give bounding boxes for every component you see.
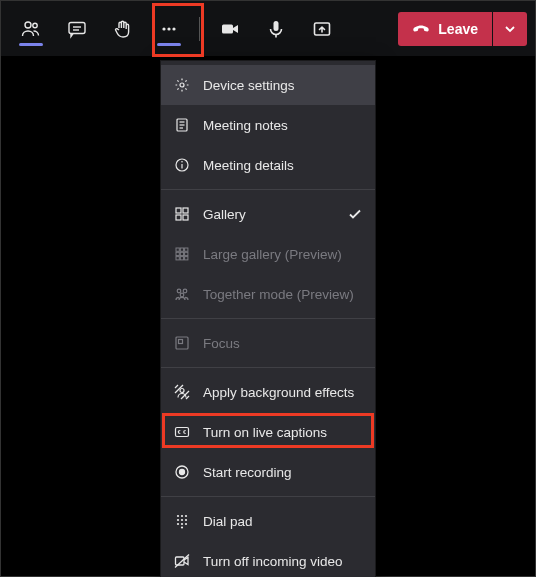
svg-point-38 — [180, 389, 184, 393]
menu-label: Gallery — [203, 207, 246, 222]
svg-point-35 — [180, 293, 184, 297]
menu-label: Together mode (Preview) — [203, 287, 354, 302]
menu-label: Start recording — [203, 465, 292, 480]
share-screen-button[interactable] — [300, 7, 344, 51]
menu-separator — [161, 318, 375, 319]
svg-line-39 — [175, 385, 178, 388]
menu-label: Turn on live captions — [203, 425, 327, 440]
svg-point-7 — [172, 27, 175, 30]
leave-control: Leave — [398, 12, 527, 46]
svg-rect-23 — [183, 215, 188, 220]
camera-button[interactable] — [208, 7, 252, 51]
svg-rect-32 — [185, 257, 188, 260]
svg-point-53 — [181, 523, 183, 525]
chevron-down-icon — [504, 23, 516, 35]
svg-point-48 — [185, 515, 187, 517]
video-off-icon — [173, 552, 191, 570]
svg-rect-26 — [185, 248, 188, 251]
raise-hand-button[interactable] — [101, 7, 145, 51]
menu-label: Apply background effects — [203, 385, 354, 400]
hangup-icon — [412, 20, 430, 38]
svg-point-55 — [181, 526, 183, 528]
more-actions-menu: Device settings Meeting notes Meeting de… — [160, 60, 376, 577]
menu-meeting-notes[interactable]: Meeting notes — [161, 105, 375, 145]
svg-rect-43 — [176, 428, 189, 437]
menu-label: Meeting details — [203, 158, 294, 173]
menu-separator — [161, 496, 375, 497]
svg-rect-8 — [222, 24, 233, 33]
svg-rect-25 — [180, 248, 183, 251]
svg-rect-22 — [176, 215, 181, 220]
svg-point-34 — [183, 289, 187, 293]
more-actions-button[interactable] — [147, 7, 191, 51]
menu-label: Turn off incoming video — [203, 554, 343, 569]
menu-label: Dial pad — [203, 514, 253, 529]
svg-rect-2 — [69, 22, 85, 33]
focus-icon — [173, 334, 191, 352]
menu-gallery[interactable]: Gallery — [161, 194, 375, 234]
leave-options-button[interactable] — [493, 12, 527, 46]
menu-label: Focus — [203, 336, 240, 351]
svg-point-1 — [33, 23, 37, 27]
svg-rect-28 — [180, 252, 183, 255]
cc-icon — [173, 423, 191, 441]
menu-apply-background[interactable]: Apply background effects — [161, 372, 375, 412]
gallery-icon — [173, 205, 191, 223]
svg-rect-29 — [185, 252, 188, 255]
svg-point-0 — [25, 22, 31, 28]
menu-label: Meeting notes — [203, 118, 288, 133]
svg-point-54 — [185, 523, 187, 525]
menu-separator — [161, 367, 375, 368]
menu-label: Large gallery (Preview) — [203, 247, 342, 262]
svg-point-46 — [177, 515, 179, 517]
leave-label: Leave — [438, 21, 478, 37]
record-icon — [173, 463, 191, 481]
meeting-toolbar: Leave — [1, 1, 535, 57]
menu-large-gallery: Large gallery (Preview) — [161, 234, 375, 274]
svg-point-52 — [177, 523, 179, 525]
svg-point-6 — [167, 27, 170, 30]
svg-point-51 — [185, 519, 187, 521]
svg-point-5 — [162, 27, 165, 30]
svg-point-12 — [180, 83, 184, 87]
menu-turn-off-incoming-video[interactable]: Turn off incoming video — [161, 541, 375, 577]
chat-button[interactable] — [55, 7, 99, 51]
together-icon — [173, 285, 191, 303]
menu-separator — [161, 189, 375, 190]
svg-point-49 — [177, 519, 179, 521]
svg-rect-27 — [176, 252, 179, 255]
svg-rect-21 — [183, 208, 188, 213]
svg-rect-20 — [176, 208, 181, 213]
svg-point-47 — [181, 515, 183, 517]
large-gallery-icon — [173, 245, 191, 263]
menu-start-recording[interactable]: Start recording — [161, 452, 375, 492]
gear-icon — [173, 76, 191, 94]
participants-button[interactable] — [9, 7, 53, 51]
menu-device-settings[interactable]: Device settings — [161, 65, 375, 105]
check-icon — [347, 206, 363, 222]
svg-point-19 — [181, 161, 183, 163]
toolbar-divider — [199, 17, 200, 41]
menu-live-captions[interactable]: Turn on live captions — [161, 412, 375, 452]
svg-rect-31 — [180, 257, 183, 260]
menu-dial-pad[interactable]: Dial pad — [161, 501, 375, 541]
menu-focus: Focus — [161, 323, 375, 363]
svg-point-33 — [177, 289, 181, 293]
dialpad-icon — [173, 512, 191, 530]
svg-rect-37 — [179, 340, 183, 344]
svg-rect-30 — [176, 257, 179, 260]
menu-meeting-details[interactable]: Meeting details — [161, 145, 375, 185]
microphone-button[interactable] — [254, 7, 298, 51]
menu-together-mode: Together mode (Preview) — [161, 274, 375, 314]
svg-point-50 — [181, 519, 183, 521]
notes-icon — [173, 116, 191, 134]
menu-label: Device settings — [203, 78, 295, 93]
svg-rect-24 — [176, 248, 179, 251]
leave-button[interactable]: Leave — [398, 12, 492, 46]
info-icon — [173, 156, 191, 174]
background-effects-icon — [173, 383, 191, 401]
svg-rect-9 — [274, 21, 279, 31]
svg-point-45 — [180, 470, 185, 475]
